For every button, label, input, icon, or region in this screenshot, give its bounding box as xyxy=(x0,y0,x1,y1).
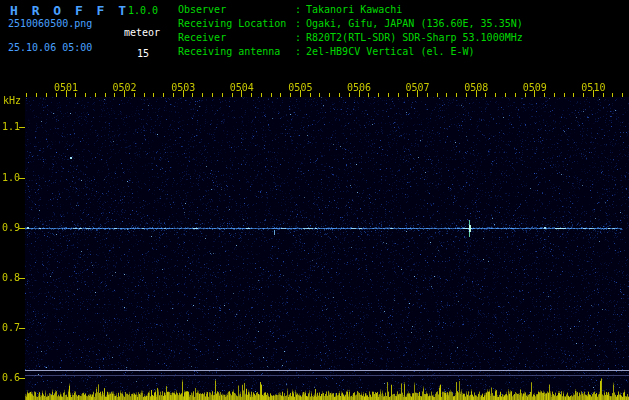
info-separator: : xyxy=(295,3,306,17)
info-label: Receiver xyxy=(178,31,295,45)
info-label: Receiving antenna xyxy=(178,45,295,59)
info-separator: : xyxy=(295,45,306,59)
station-info: Observer:Takanori Kawachi Receiving Loca… xyxy=(178,3,523,59)
app-title: H R O F F T xyxy=(10,3,129,18)
station-info-row: Receiving Location:Ogaki, Gifu, JAPAN (1… xyxy=(178,17,523,31)
info-value: 2el-HB9CV Vertical (el. E-W) xyxy=(306,46,475,57)
hrofft-window: H R O F F T 1.0.0 2510060500.png meteor … xyxy=(0,0,629,400)
station-info-row: Receiving antenna:2el-HB9CV Vertical (el… xyxy=(178,45,523,59)
freq-axis-unit: kHz xyxy=(3,95,21,106)
header: H R O F F T 1.0.0 2510060500.png meteor … xyxy=(0,0,629,78)
output-filename: 2510060500.png xyxy=(8,18,92,29)
station-info-row: Observer:Takanori Kawachi xyxy=(178,3,523,17)
echo-count: 15 xyxy=(137,48,149,59)
info-value: Ogaki, Gifu, JAPAN (136.60E, 35.35N) xyxy=(306,18,523,29)
info-value: R820T2(RTL-SDR) SDR-Sharp 53.1000MHz xyxy=(306,32,523,43)
mode-label: meteor xyxy=(124,27,160,38)
info-separator: : xyxy=(295,17,306,31)
info-value: Takanori Kawachi xyxy=(306,4,402,15)
observation-datetime: 25.10.06 05:00 xyxy=(8,42,92,53)
app-version: 1.0.0 xyxy=(128,5,158,16)
info-separator: : xyxy=(295,31,306,45)
station-info-row: Receiver:R820T2(RTL-SDR) SDR-Sharp 53.10… xyxy=(178,31,523,45)
info-label: Observer xyxy=(178,3,295,17)
spectrogram-canvas xyxy=(0,78,629,400)
info-label: Receiving Location xyxy=(178,17,295,31)
